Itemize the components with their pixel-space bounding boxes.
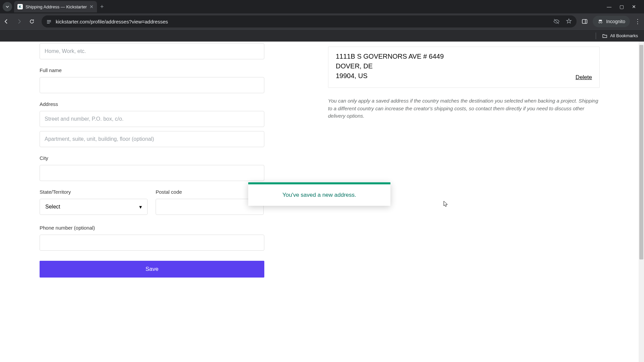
fullname-label: Full name	[40, 67, 264, 73]
shipping-note: You can only apply a saved address if th…	[328, 97, 600, 120]
address-form: Full name Address City State/Territory S…	[40, 43, 264, 278]
page-viewport: Full name Address City State/Territory S…	[0, 42, 644, 362]
caret-down-icon: ▾	[139, 204, 142, 210]
delete-address-link[interactable]: Delete	[576, 74, 592, 81]
nickname-input[interactable]	[40, 43, 264, 59]
address-line2-input[interactable]	[40, 131, 264, 147]
browser-toolbar: kickstarter.com/profile/addresses?view=a…	[0, 13, 644, 29]
svg-rect-3	[582, 19, 587, 23]
chevron-down-icon	[5, 5, 9, 9]
incognito-indicator[interactable]: Incognito	[593, 16, 630, 27]
window-controls: — ▢ ✕	[607, 4, 641, 9]
eye-off-icon[interactable]	[553, 18, 560, 25]
address-label: Address	[40, 101, 264, 107]
tab-search-button[interactable]	[3, 2, 12, 11]
back-button[interactable]	[3, 18, 11, 24]
incognito-icon	[597, 18, 603, 24]
site-info-icon[interactable]	[46, 19, 52, 24]
postal-input[interactable]	[156, 199, 264, 215]
incognito-label: Incognito	[606, 19, 625, 24]
menu-button[interactable]: ⋮	[635, 18, 641, 25]
toast-message: You've saved a new address.	[248, 184, 390, 206]
vertical-scrollbar[interactable]	[639, 42, 644, 362]
maximize-button[interactable]: ▢	[620, 4, 624, 9]
state-label: State/Territory	[40, 189, 148, 195]
svg-point-6	[601, 22, 602, 23]
reload-button[interactable]	[29, 18, 37, 24]
success-toast: You've saved a new address.	[248, 182, 390, 206]
browser-tab[interactable]: K Shipping Address — Kickstarter ✕	[14, 1, 97, 12]
postal-label: Postal code	[156, 189, 264, 195]
address-line1-input[interactable]	[40, 111, 264, 127]
svg-rect-1	[47, 21, 51, 22]
save-button[interactable]: Save	[40, 261, 264, 278]
fullname-input[interactable]	[40, 77, 264, 93]
bookmarks-bar: All Bookmarks	[0, 29, 644, 42]
minimize-button[interactable]: —	[607, 4, 611, 9]
state-select[interactable]: Select ▾	[40, 199, 148, 215]
svg-rect-2	[47, 23, 50, 23]
phone-label: Phone number (optional)	[40, 225, 264, 231]
address-line-2: DOVER, DE	[336, 61, 444, 71]
address-bar[interactable]: kickstarter.com/profile/addresses?view=a…	[42, 15, 577, 27]
address-line-1: 1111B S GOVERNORS AVE # 6449	[336, 52, 444, 61]
saved-address-card: 1111B S GOVERNORS AVE # 6449 DOVER, DE 1…	[328, 47, 600, 88]
city-input[interactable]	[40, 165, 264, 181]
bookmark-star-icon[interactable]	[566, 18, 572, 25]
all-bookmarks-button[interactable]: All Bookmarks	[610, 33, 638, 38]
forward-button[interactable]	[16, 18, 24, 24]
tab-title: Shipping Address — Kickstarter	[25, 4, 87, 9]
favicon-icon: K	[17, 4, 23, 9]
svg-point-5	[599, 22, 600, 23]
address-line-3: 19904, US	[336, 71, 444, 81]
new-tab-button[interactable]: +	[100, 3, 104, 10]
scroll-thumb[interactable]	[639, 45, 643, 259]
close-window-button[interactable]: ✕	[632, 4, 636, 9]
tab-strip: K Shipping Address — Kickstarter ✕ + — ▢…	[0, 0, 644, 13]
svg-rect-0	[47, 20, 51, 21]
side-panel-icon[interactable]	[581, 18, 588, 25]
phone-input[interactable]	[40, 235, 264, 251]
tab-close-button[interactable]: ✕	[90, 4, 94, 9]
folder-icon	[602, 33, 607, 39]
state-selected-value: Select	[45, 204, 60, 210]
url-text: kickstarter.com/profile/addresses?view=a…	[56, 19, 168, 24]
city-label: City	[40, 155, 264, 161]
